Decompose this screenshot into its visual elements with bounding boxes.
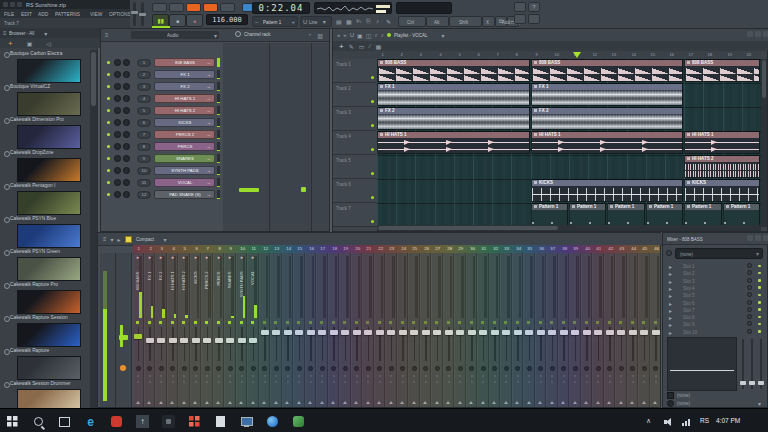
- strip-collapse-icon[interactable]: [343, 401, 347, 404]
- track-led[interactable]: [371, 196, 374, 199]
- mixer-strip[interactable]: ▸808 BASS: [133, 253, 144, 407]
- channel-button[interactable]: VOCAL↔: [154, 178, 215, 187]
- volume-knob[interactable]: [123, 83, 130, 90]
- playhead-marker[interactable]: [573, 52, 581, 58]
- strip-collapse-icon[interactable]: [320, 401, 324, 404]
- strip-collapse-icon[interactable]: [159, 401, 163, 404]
- edge-icon[interactable]: e: [84, 415, 97, 428]
- strip-collapse-icon[interactable]: [193, 401, 197, 404]
- browser-item[interactable]: Cakewalk PSYN Green: [0, 248, 90, 281]
- channel-number[interactable]: 9: [138, 155, 151, 162]
- plugin-thumbnail[interactable]: [17, 224, 81, 248]
- pan-knob[interactable]: [377, 366, 382, 371]
- master-fader-handle[interactable]: [119, 335, 128, 340]
- slide-icon[interactable]: ▣: [357, 32, 363, 39]
- slot-mix-knob[interactable]: [747, 321, 752, 326]
- pan-knob[interactable]: [114, 83, 121, 90]
- mixer-strip[interactable]: [386, 253, 397, 407]
- fx-slot[interactable]: ▸Slot 7: [663, 307, 767, 314]
- strip-enable-led[interactable]: [136, 321, 139, 324]
- slot-mix-knob[interactable]: [747, 263, 752, 268]
- tool-icon-1[interactable]: ▦: [346, 18, 352, 25]
- playlist-clip[interactable]: FX 1: [531, 83, 684, 106]
- mixer-route-icon[interactable]: ▸: [118, 236, 121, 243]
- strip-enable-led[interactable]: [297, 321, 300, 324]
- slot-label[interactable]: Slot 10: [683, 329, 697, 334]
- strip-enable-led[interactable]: [550, 321, 553, 324]
- channel-button[interactable]: 808 BASS↔: [154, 58, 215, 67]
- strip-collapse-icon[interactable]: [170, 401, 174, 404]
- playlist-clip[interactable]: HI HATS 2: [684, 155, 760, 178]
- mixer-strip[interactable]: [639, 253, 650, 407]
- slot-label[interactable]: Slot 7: [683, 308, 695, 313]
- playlist-clip[interactable]: 808 BASS: [531, 59, 684, 82]
- track-header[interactable]: Track 7: [333, 203, 377, 227]
- mixer-strip[interactable]: [467, 253, 478, 407]
- strip-enable-led[interactable]: [182, 321, 185, 324]
- strip-collapse-icon[interactable]: [619, 401, 623, 404]
- slot-enable-led[interactable]: [758, 316, 761, 319]
- strip-collapse-icon[interactable]: [550, 401, 554, 404]
- mixer-strip[interactable]: [398, 253, 409, 407]
- mixer-strip[interactable]: [294, 253, 305, 407]
- mixer-strip[interactable]: [375, 253, 386, 407]
- mixer-strip[interactable]: ▸PERCS 2: [202, 253, 213, 407]
- fx-slot[interactable]: ▸Slot 1: [663, 263, 767, 270]
- slot-enable-led[interactable]: [758, 279, 761, 282]
- strip-collapse-icon[interactable]: [400, 401, 404, 404]
- strip-collapse-icon[interactable]: [331, 401, 335, 404]
- pan-knob[interactable]: [630, 366, 635, 371]
- group-filter-dropdown[interactable]: Audio▾: [131, 31, 219, 39]
- fl-grid-icon[interactable]: [188, 415, 201, 428]
- strip-enable-led[interactable]: [228, 321, 231, 324]
- menu-item-add[interactable]: ADD: [38, 11, 48, 16]
- strip-collapse-icon[interactable]: [412, 401, 416, 404]
- fader-handle[interactable]: [192, 338, 200, 343]
- slot-label[interactable]: Slot 8: [683, 315, 695, 320]
- strip-enable-led[interactable]: [194, 321, 197, 324]
- strip-collapse-icon[interactable]: [504, 401, 508, 404]
- browser-item[interactable]: Cakewalk Rapture: [0, 347, 90, 380]
- strip-collapse-icon[interactable]: [262, 401, 266, 404]
- mixer-strip[interactable]: [317, 253, 328, 407]
- pan-knob[interactable]: [114, 167, 121, 174]
- menu-item-file[interactable]: FILE: [4, 11, 14, 16]
- slot-mix-knob[interactable]: [747, 300, 752, 305]
- mixer-strip[interactable]: [271, 253, 282, 407]
- mixer-strip[interactable]: ▸KICKS: [191, 253, 202, 407]
- fx-slot[interactable]: ▸Slot 9: [663, 321, 767, 328]
- pan-knob[interactable]: [170, 366, 175, 371]
- fader-handle[interactable]: [249, 338, 257, 343]
- strip-collapse-icon[interactable]: [389, 401, 393, 404]
- fx-slot[interactable]: ▸Slot 3: [663, 278, 767, 285]
- browser-item[interactable]: Cakewalk DropZone: [0, 149, 90, 182]
- master-pitch-slider[interactable]: [141, 2, 144, 26]
- slot-mix-knob[interactable]: [747, 314, 752, 319]
- pan-knob[interactable]: [596, 366, 601, 371]
- browser-item-label[interactable]: Cakewalk PSYN Blue: [10, 216, 56, 222]
- pan-knob[interactable]: [114, 95, 121, 102]
- strip-enable-led[interactable]: [527, 321, 530, 324]
- browser-item-label[interactable]: Cakewalk Rapture Session: [10, 315, 68, 321]
- fader-handle[interactable]: [157, 338, 165, 343]
- strip-enable-led[interactable]: [366, 321, 369, 324]
- menu-item-patterns[interactable]: PATTERNS: [55, 11, 80, 16]
- pan-knob[interactable]: [412, 366, 417, 371]
- fader-handle[interactable]: [652, 330, 660, 335]
- slot-label[interactable]: Slot 2: [683, 271, 695, 276]
- mix-level-knob[interactable]: [666, 250, 672, 256]
- browser-item[interactable]: Cakewalk Rapture Pro: [0, 281, 90, 314]
- strip-collapse-icon[interactable]: [469, 401, 473, 404]
- maximize-icon[interactable]: [755, 31, 761, 37]
- strip-enable-led[interactable]: [412, 321, 415, 324]
- record-button[interactable]: ●: [186, 14, 203, 27]
- playlist-clip[interactable]: FX 2: [531, 107, 684, 130]
- mixer-strip[interactable]: [478, 253, 489, 407]
- mixer-strip[interactable]: [616, 253, 627, 407]
- strip-enable-led[interactable]: [159, 321, 162, 324]
- volume-knob[interactable]: [123, 191, 130, 198]
- pan-knob[interactable]: [285, 366, 290, 371]
- playlist-clip[interactable]: Pattern 1: [607, 203, 644, 226]
- volume-knob[interactable]: [123, 95, 130, 102]
- mixer-strip[interactable]: [340, 253, 351, 407]
